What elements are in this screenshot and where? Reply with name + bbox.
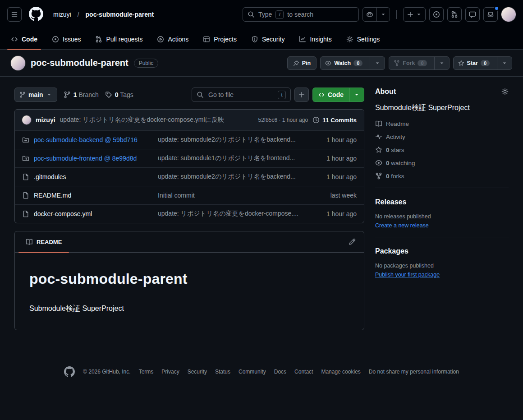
sidebar: About Submodule検証 SuperProject Readme Ac… xyxy=(375,88,509,330)
footer-link-docs[interactable]: Docs xyxy=(274,369,286,375)
footer-link-security[interactable]: Security xyxy=(188,369,207,375)
tags-link[interactable]: 0 Tags xyxy=(105,91,133,98)
pin-button[interactable]: Pin xyxy=(287,56,317,70)
file-name-link[interactable]: .gitmodules xyxy=(34,173,66,180)
tab-actions[interactable]: Actions xyxy=(153,29,192,49)
tab-pull-requests[interactable]: Pull requests xyxy=(92,29,146,49)
github-logo-icon[interactable] xyxy=(29,7,43,23)
code-button-caret[interactable] xyxy=(349,88,364,102)
footer-link-status[interactable]: Status xyxy=(215,369,230,375)
tab-issues[interactable]: Issues xyxy=(48,29,84,49)
commit-author-link[interactable]: mizuyi xyxy=(36,116,55,124)
repo-owner-avatar[interactable] xyxy=(11,56,25,70)
releases-empty-text: No releases published xyxy=(375,213,509,220)
sidebar-item-forks[interactable]: 0 forks xyxy=(375,172,509,180)
footer-link-contact[interactable]: Contact xyxy=(294,369,313,375)
watch-caret[interactable] xyxy=(370,57,385,69)
about-settings-gear-icon[interactable] xyxy=(501,88,509,95)
issues-header-button[interactable] xyxy=(429,7,444,22)
tab-settings[interactable]: Settings xyxy=(343,29,384,49)
row-commit-message-link[interactable]: update: submodule2のリポジトリ名をbackend... xyxy=(158,173,296,180)
edit-readme-button[interactable] xyxy=(349,238,356,245)
readme-content: poc-submodule-parent Submodule検証 SuperPr… xyxy=(15,253,364,330)
branch-selector-button[interactable]: main xyxy=(14,88,57,102)
row-commit-message-link[interactable]: update: submodule1のリポジトリ名をfrontend... xyxy=(158,154,295,162)
footer-link-community[interactable]: Community xyxy=(239,369,266,375)
eye-icon xyxy=(325,60,331,66)
watch-button[interactable]: Watch 0 xyxy=(320,56,385,70)
create-new-button[interactable] xyxy=(403,7,426,22)
repo-title[interactable]: poc-submodule-parent xyxy=(31,58,128,68)
sidebar-item-stars[interactable]: 0 stars xyxy=(375,146,509,153)
fork-caret[interactable] xyxy=(434,57,449,69)
footer-link-terms[interactable]: Terms xyxy=(139,369,154,375)
tab-code[interactable]: Code xyxy=(7,29,41,49)
commit-history-link[interactable]: 11 Commits xyxy=(312,116,357,124)
commit-sha-time[interactable]: 52f85c6 · 1 hour ago xyxy=(258,117,308,123)
footer-link-do-not-share[interactable]: Do not share my personal information xyxy=(369,369,459,375)
breadcrumb: mizuyi / poc-submodule-parent xyxy=(50,9,156,20)
about-title: About xyxy=(375,88,396,96)
copilot-menu-caret[interactable] xyxy=(376,8,390,21)
breadcrumb-repo-link[interactable]: poc-submodule-parent xyxy=(83,9,157,20)
page-footer: © 2026 GitHub, Inc. Terms Privacy Securi… xyxy=(0,359,523,388)
row-commit-age: 1 hour ago xyxy=(309,136,357,143)
table-row[interactable]: .gitmodules update: submodule2のリポジトリ名をba… xyxy=(15,167,364,186)
packages-empty-text: No packages published xyxy=(375,263,509,269)
global-search-input[interactable]: Type / to search xyxy=(243,7,359,22)
tab-insights[interactable]: Insights xyxy=(295,29,335,49)
fork-button[interactable]: Fork 0 xyxy=(389,56,449,70)
breadcrumb-owner-link[interactable]: mizuyi xyxy=(50,9,74,20)
create-release-link[interactable]: Create a new release xyxy=(375,222,429,229)
footer-link-privacy[interactable]: Privacy xyxy=(161,369,179,375)
branches-link[interactable]: 1 Branch xyxy=(64,91,99,98)
chevron-down-icon xyxy=(416,11,422,18)
tab-security[interactable]: Security xyxy=(248,29,289,49)
commit-message-link[interactable]: update: リポジトリ名の変更をdocker-compose.ymlに反映 xyxy=(60,116,224,124)
commit-author-avatar[interactable] xyxy=(22,115,31,125)
go-to-file-search[interactable]: t xyxy=(192,88,291,102)
releases-title: Releases xyxy=(375,198,509,206)
copilot-button[interactable] xyxy=(362,7,390,22)
play-icon xyxy=(157,36,164,43)
sidebar-item-activity[interactable]: Activity xyxy=(375,133,509,140)
readme-tab[interactable]: README xyxy=(18,231,69,252)
inbox-icon xyxy=(487,11,494,18)
table-row[interactable]: README.md Initial commit last week xyxy=(15,186,364,204)
file-name-link[interactable]: poc-submodule-frontend @ 8e99d8d xyxy=(34,155,137,162)
row-commit-message-link[interactable]: update: submodule2のリポジトリ名をbackend... xyxy=(158,136,296,143)
star-caret[interactable] xyxy=(497,57,512,69)
file-toolbar: main 1 Branch 0 Tags t xyxy=(14,88,364,102)
history-clock-icon xyxy=(312,116,320,124)
file-name-link[interactable]: poc-submodule-backend @ 59bd716 xyxy=(34,136,138,143)
sidebar-item-readme[interactable]: Readme xyxy=(375,120,509,127)
row-commit-message-link[interactable]: Initial commit xyxy=(158,192,195,199)
table-row[interactable]: docker-compose.yml update: リポジトリ名の変更をdoc… xyxy=(15,204,364,223)
go-to-file-input[interactable] xyxy=(207,91,271,99)
publish-package-link[interactable]: Publish your first package xyxy=(375,272,440,278)
footer-link-manage-cookies[interactable]: Manage cookies xyxy=(321,369,360,375)
pull-requests-header-button[interactable] xyxy=(447,7,462,22)
graph-icon xyxy=(299,36,306,43)
code-download-button[interactable]: Code xyxy=(312,88,364,102)
table-row[interactable]: poc-submodule-frontend @ 8e99d8d update:… xyxy=(15,149,364,167)
copilot-icon[interactable] xyxy=(363,8,376,21)
discussions-header-button[interactable] xyxy=(465,7,480,22)
add-file-button[interactable] xyxy=(294,88,309,102)
hamburger-menu-button[interactable] xyxy=(7,7,22,22)
star-button[interactable]: Star 0 xyxy=(453,56,512,70)
search-placeholder-suffix: to search xyxy=(287,11,313,18)
row-commit-message-link[interactable]: update: リポジトリ名の変更をdocker-compose.... xyxy=(158,210,298,217)
star-icon xyxy=(375,146,382,153)
file-name-link[interactable]: docker-compose.yml xyxy=(34,210,92,217)
file-name-link[interactable]: README.md xyxy=(34,192,71,199)
row-commit-age: 1 hour ago xyxy=(309,173,357,180)
user-avatar[interactable] xyxy=(501,7,516,22)
sidebar-item-watching[interactable]: 0 watching xyxy=(375,159,509,166)
unread-notification-dot xyxy=(494,6,499,11)
notifications-inbox-button[interactable] xyxy=(483,7,498,22)
tab-projects[interactable]: Projects xyxy=(199,29,240,49)
table-row[interactable]: poc-submodule-backend @ 59bd716 update: … xyxy=(15,130,364,149)
plus-icon xyxy=(407,11,414,18)
search-icon xyxy=(197,91,204,98)
